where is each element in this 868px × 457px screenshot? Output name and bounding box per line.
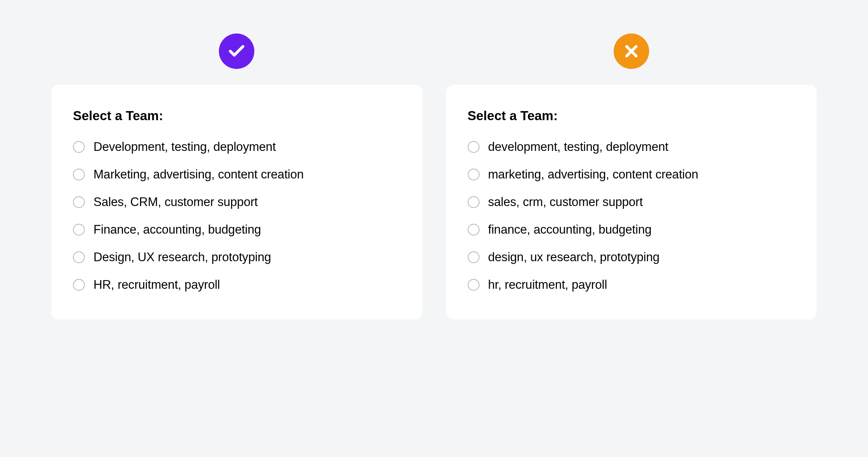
radio-option[interactable]: design, ux research, prototyping	[468, 250, 795, 264]
option-label: Marketing, advertising, content creation	[93, 167, 304, 182]
radio-option[interactable]: marketing, advertising, content creation	[468, 167, 795, 182]
option-label: Sales, CRM, customer support	[93, 195, 258, 209]
check-icon	[227, 42, 246, 61]
option-label: marketing, advertising, content creation	[488, 167, 698, 182]
radio-icon	[468, 279, 480, 291]
radio-icon	[468, 224, 480, 236]
radio-icon	[73, 141, 85, 153]
radio-option[interactable]: Development, testing, deployment	[73, 140, 401, 154]
radio-icon	[468, 251, 480, 263]
incorrect-example-column: Select a Team: development, testing, dep…	[446, 33, 817, 320]
radio-option[interactable]: Marketing, advertising, content creation	[73, 167, 401, 182]
radio-option[interactable]: development, testing, deployment	[468, 140, 795, 154]
card-title: Select a Team:	[468, 108, 795, 123]
radio-icon	[468, 196, 480, 208]
card-title: Select a Team:	[73, 108, 401, 123]
option-label: design, ux research, prototyping	[488, 250, 660, 264]
radio-icon	[73, 251, 85, 263]
option-label: development, testing, deployment	[488, 140, 668, 154]
radio-icon	[73, 224, 85, 236]
radio-option[interactable]: Design, UX research, prototyping	[73, 250, 401, 264]
radio-icon	[73, 196, 85, 208]
option-label: Development, testing, deployment	[93, 140, 276, 154]
radio-option[interactable]: finance, accounting, budgeting	[468, 223, 795, 237]
radio-option[interactable]: Finance, accounting, budgeting	[73, 223, 401, 237]
radio-option[interactable]: sales, crm, customer support	[468, 195, 795, 209]
radio-icon	[468, 169, 480, 180]
option-label: finance, accounting, budgeting	[488, 223, 652, 237]
incorrect-badge	[614, 33, 649, 69]
option-label: sales, crm, customer support	[488, 195, 643, 209]
incorrect-example-card: Select a Team: development, testing, dep…	[446, 85, 817, 320]
correct-badge	[219, 33, 254, 69]
option-label: HR, recruitment, payroll	[93, 278, 220, 292]
correct-example-card: Select a Team: Development, testing, dep…	[51, 85, 422, 320]
radio-option[interactable]: HR, recruitment, payroll	[73, 278, 401, 292]
radio-option[interactable]: hr, recruitment, payroll	[468, 278, 795, 292]
radio-icon	[73, 169, 85, 180]
comparison-container: Select a Team: Development, testing, dep…	[51, 33, 817, 320]
option-label: Design, UX research, prototyping	[93, 250, 271, 264]
option-label: hr, recruitment, payroll	[488, 278, 607, 292]
radio-icon	[468, 141, 480, 153]
correct-example-column: Select a Team: Development, testing, dep…	[51, 33, 422, 320]
option-label: Finance, accounting, budgeting	[93, 223, 261, 237]
radio-icon	[73, 279, 85, 291]
cross-icon	[622, 42, 641, 61]
option-list: Development, testing, deployment Marketi…	[73, 140, 401, 292]
option-list: development, testing, deployment marketi…	[468, 140, 795, 292]
radio-option[interactable]: Sales, CRM, customer support	[73, 195, 401, 209]
